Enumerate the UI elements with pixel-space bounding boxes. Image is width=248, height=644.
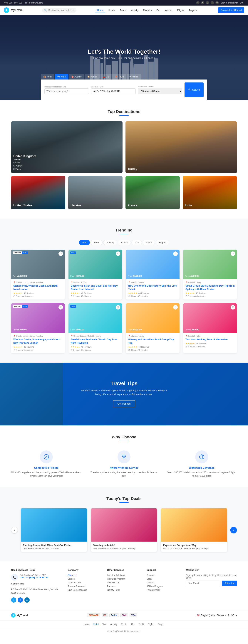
footer-about[interactable]: About us <box>68 574 101 576</box>
destination-france[interactable]: France <box>125 176 180 209</box>
subscribe-button[interactable]: Subscribe <box>222 580 237 586</box>
tour-title-7[interactable]: Giverny and Versailles Small Group Day T… <box>128 338 177 344</box>
footer-privacy-policy[interactable]: Privacy Policy <box>147 589 180 591</box>
destination-ukraine[interactable]: Ukraine <box>68 176 123 209</box>
get-inspired-button[interactable]: Get Inspired <box>113 400 135 407</box>
destination-india[interactable]: India <box>183 176 237 209</box>
instagram-icon[interactable]: i <box>211 1 214 4</box>
tour-title-4[interactable]: Small-Group Blue Mountains Day Trip from… <box>185 284 235 291</box>
tab-yacht[interactable]: ⛵ Yacht <box>112 74 126 80</box>
footer-legal[interactable]: Legal <box>147 578 180 580</box>
youtube-icon[interactable]: y <box>206 1 209 4</box>
footer-nav-tour[interactable]: Tour <box>102 623 107 626</box>
filter-tab-rental[interactable]: Rental <box>118 240 131 245</box>
tab-tours[interactable]: 🗺 Tours <box>55 74 68 80</box>
tour-title-2[interactable]: Bosphorus Strait and Black Sea Half-Day … <box>71 284 120 291</box>
footer-facebook[interactable]: f <box>18 598 23 602</box>
tab-car[interactable]: 🚗 Car <box>100 74 112 80</box>
tour-card-4[interactable]: ♡ From £550.00 📍 Istanbul, Turkey Small-… <box>183 250 237 300</box>
nav-hotel[interactable]: Hotel ▾ <box>106 8 117 13</box>
footer-privacy-stmt[interactable]: Privacy Statement <box>68 585 101 588</box>
filter-tab-hotel[interactable]: Hotel <box>91 240 102 245</box>
deal-card-3[interactable]: Experience Europe Your Way With up to 30… <box>161 508 227 552</box>
wishlist-btn-2[interactable]: ♡ <box>116 252 120 256</box>
footer-pointsplus[interactable]: PointsPLUS <box>107 581 141 584</box>
tour-card-6[interactable]: %25 ♡ From £899.00 📍 Greater London, Uni… <box>69 303 122 353</box>
destination-uk[interactable]: United Kingdom 30 Hotel49 Tour6s Activit… <box>11 121 123 173</box>
footer-affiliate[interactable]: Affiliate Program <box>147 585 180 588</box>
tour-title-5[interactable]: Windsor Castle, Stonehenge, and Oxford D… <box>13 338 63 344</box>
deal-card-2[interactable]: Save big on hotels! Book and save with T… <box>91 508 157 552</box>
tab-hotel[interactable]: 🏨 Hotel <box>41 74 54 80</box>
footer-twitter[interactable]: t <box>11 598 16 602</box>
footer-feedback[interactable]: Give Us Feedbacks <box>68 589 101 591</box>
filter-tab-tour[interactable]: Tour <box>79 240 90 245</box>
rooms-select[interactable]: 2 Rooms - 3 Guests 1 Room - 1 Guest 1 Ro… <box>138 88 182 94</box>
destination-turkey[interactable]: Turkey <box>125 121 237 173</box>
footer-terms[interactable]: Terms of Use <box>68 581 101 584</box>
currency-selector[interactable]: EUR <box>240 2 244 4</box>
search-input[interactable] <box>48 9 74 12</box>
carousel-prev-button[interactable]: ‹ <box>11 527 18 534</box>
deal-card-1[interactable]: Earning Asiana Club Miles Just Got Easie… <box>21 508 87 552</box>
logo[interactable]: ✈ MyTravel <box>4 8 23 13</box>
footer-nav-pages[interactable]: Pages <box>158 623 164 626</box>
footer-partners[interactable]: Partners <box>107 585 141 588</box>
filter-tab-flights[interactable]: Flights <box>156 240 169 245</box>
facebook-icon[interactable]: f <box>196 1 199 4</box>
wishlist-btn-8[interactable]: ♡ <box>230 305 235 310</box>
footer-account[interactable]: Account <box>147 574 180 576</box>
destination-us[interactable]: United States <box>11 176 65 209</box>
tour-card-8[interactable]: ♡ From £550.00 📍 Istanbul, Turkey Two Ho… <box>183 303 237 353</box>
footer-language-selector[interactable]: 🇺🇸 English (United States) ▾ $ USD ▾ <box>197 614 237 617</box>
tour-title-1[interactable]: Stonehenge, Windsor Castle, and Bath fro… <box>13 284 63 291</box>
tour-card-3[interactable]: ♡ From £590.00 📍 Istanbul, Turkey NYC On… <box>126 250 179 300</box>
nav-yacht[interactable]: Yacht ▾ <box>163 8 174 13</box>
footer-contact[interactable]: Contact <box>147 581 180 584</box>
email-subscribe-input[interactable] <box>186 580 220 586</box>
linkedin-icon[interactable]: in <box>215 1 219 4</box>
wishlist-btn-7[interactable]: ♡ <box>173 305 178 310</box>
filter-tab-activity[interactable]: Activity <box>103 240 117 245</box>
signin-link[interactable]: Sign In or Register <box>221 2 238 4</box>
footer-nav-flights[interactable]: Flights <box>148 623 154 626</box>
wishlist-btn-5[interactable]: ♡ <box>59 305 63 310</box>
wishlist-btn-4[interactable]: ♡ <box>230 252 235 256</box>
nav-rental[interactable]: Rental ▾ <box>141 8 154 13</box>
carousel-next-button[interactable]: › <box>230 527 237 534</box>
tour-title-6[interactable]: Snæfellsnes Peninsula Classic Day Tour f… <box>71 338 120 344</box>
become-expert-button[interactable]: Become Local Expert <box>218 8 244 13</box>
tour-card-2[interactable]: %25 ♡ From £899.00 📍 Istanbul, Turkey Bo… <box>69 250 122 300</box>
tab-flights[interactable]: ✈ Flights <box>127 74 141 80</box>
header-search[interactable]: 🔍 <box>42 8 76 12</box>
destination-input[interactable] <box>44 88 89 94</box>
tour-card-5[interactable]: Featured %25 ♡ From £350.00 📍 Greater Lo… <box>11 303 65 353</box>
wishlist-btn-1[interactable]: ♡ <box>59 252 63 256</box>
twitter-icon[interactable]: t <box>201 1 204 4</box>
search-button[interactable]: 🔍 Search <box>184 82 204 97</box>
tour-title-3[interactable]: NYC One World Observatory Skip-the-Line … <box>128 284 177 291</box>
nav-home[interactable]: Home <box>95 8 105 13</box>
footer-rewards[interactable]: Rewards Program <box>107 578 141 580</box>
footer-list-hotel[interactable]: List My Hotel <box>107 589 141 591</box>
footer-careers[interactable]: Careers <box>68 578 101 580</box>
nav-activity[interactable]: Activity <box>129 8 140 13</box>
tab-rental[interactable]: 🏠 Rental <box>85 74 100 80</box>
footer-nav-rental[interactable]: Rental <box>121 623 128 626</box>
filter-tab-car[interactable]: Car <box>132 240 142 245</box>
phone-number-footer[interactable]: Call Us: (888) 1234 56789 <box>20 576 48 579</box>
wishlist-btn-3[interactable]: ♡ <box>173 252 178 256</box>
footer-nav-hotel[interactable]: Hotel <box>93 623 99 626</box>
nav-flights[interactable]: Flights <box>175 8 186 13</box>
nav-tour[interactable]: Tour ▾ <box>118 8 128 13</box>
tour-card-7[interactable]: ♡ From £590.00 📍 Istanbul, Turkey Givern… <box>126 303 179 353</box>
tour-title-8[interactable]: Two Hour Walking Tour of Manhattan <box>185 338 235 341</box>
footer-investor[interactable]: Investor Relations <box>107 574 141 576</box>
footer-nav-home[interactable]: Home <box>84 623 90 626</box>
footer-nav-activity[interactable]: Activity <box>110 623 117 626</box>
nav-car[interactable]: Car <box>155 8 162 13</box>
filter-tab-yatch[interactable]: Yatch <box>143 240 155 245</box>
footer-nav-car[interactable]: Car <box>131 623 135 626</box>
nav-pages[interactable]: Pages ▾ <box>187 8 199 13</box>
footer-nav-yacht[interactable]: Yacht <box>138 623 144 626</box>
